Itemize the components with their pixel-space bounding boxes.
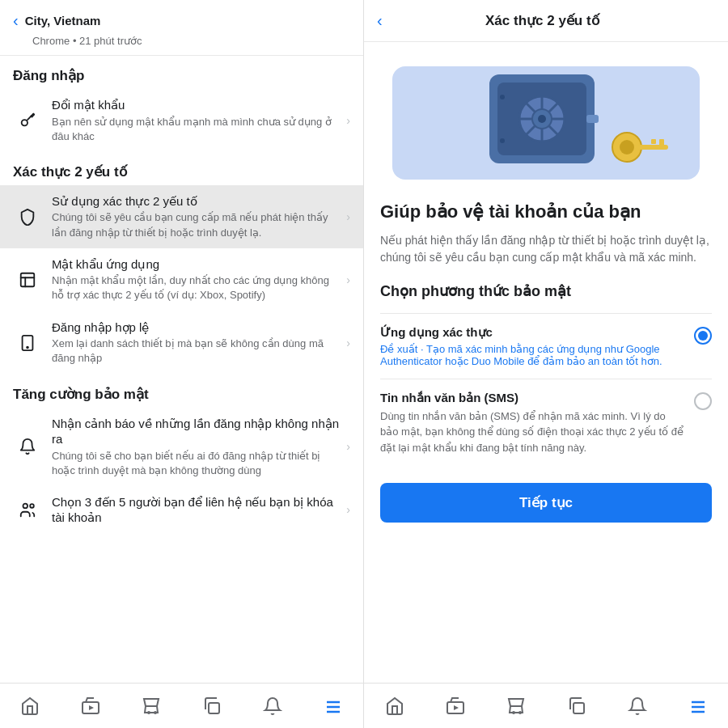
svg-point-4 xyxy=(23,504,28,509)
continue-button[interactable]: Tiếp tục xyxy=(380,483,712,523)
right-nav-copy-icon[interactable] xyxy=(565,694,589,718)
svg-rect-36 xyxy=(574,703,584,713)
nav-menu-icon[interactable] xyxy=(321,694,345,718)
svg-marker-33 xyxy=(454,705,459,710)
left-content: Đăng nhập Đổi mật khẩu Bạn nên sử dụng m… xyxy=(0,56,363,683)
change-password-text: Đổi mật khẩu Bạn nên sử dụng mật khẩu mạ… xyxy=(52,97,340,144)
people-icon xyxy=(13,495,42,524)
right-content: Giúp bảo vệ tài khoản của bạn Nếu phát h… xyxy=(364,42,728,683)
svg-rect-24 xyxy=(586,115,599,123)
right-back-button[interactable]: ‹ xyxy=(377,11,383,30)
bell-icon xyxy=(13,432,42,461)
svg-point-5 xyxy=(30,505,34,509)
nav-bell-icon[interactable] xyxy=(260,694,285,718)
main-heading: Giúp bảo vệ tài khoản của bạn xyxy=(380,201,712,224)
svg-rect-28 xyxy=(659,139,664,146)
svg-point-26 xyxy=(620,140,634,154)
location-text: City, Vietnam xyxy=(25,14,101,28)
shield-icon xyxy=(13,202,42,231)
right-nav-bar xyxy=(364,683,728,728)
nav-play-icon[interactable] xyxy=(78,694,103,718)
right-panel: ‹ Xác thực 2 yếu tố xyxy=(364,0,728,728)
section-login-title: Đăng nhập xyxy=(0,56,363,89)
left-header: ‹ City, Vietnam Chrome • 21 phút trước xyxy=(0,0,363,56)
menu-item-login-alert[interactable]: Nhận cảnh báo về những lần đăng nhập khô… xyxy=(0,408,363,486)
radio-sms[interactable] xyxy=(694,392,712,410)
nav-store-icon[interactable] xyxy=(139,694,163,718)
right-nav-home-icon[interactable] xyxy=(383,694,407,718)
method-item-auth-app[interactable]: Ứng dụng xác thực Đề xuất · Tạo mã xác m… xyxy=(380,313,712,379)
method-item-sms[interactable]: Tin nhắn văn bản (SMS) Dùng tin nhắn văn… xyxy=(380,379,712,468)
svg-point-0 xyxy=(22,120,28,125)
chevron-icon: › xyxy=(346,210,350,223)
right-nav-play-icon[interactable] xyxy=(443,694,468,718)
two-factor-text: Sử dụng xác thực 2 yếu tố Chúng tôi sẽ y… xyxy=(52,193,340,240)
svg-point-3 xyxy=(27,346,28,348)
right-nav-menu-icon[interactable] xyxy=(686,694,710,718)
right-nav-store-icon[interactable] xyxy=(504,694,528,718)
nav-home-icon[interactable] xyxy=(18,694,42,718)
right-header: ‹ Xác thực 2 yếu tố xyxy=(364,0,728,42)
radio-auth-app[interactable] xyxy=(694,327,712,345)
left-nav-bar xyxy=(0,683,363,728)
auth-app-text: Ứng dụng xác thực Đề xuất · Tạo mã xác m… xyxy=(380,325,684,367)
menu-item-two-factor[interactable]: Sử dụng xác thực 2 yếu tố Chúng tôi sẽ y… xyxy=(0,185,363,248)
tablet-icon xyxy=(13,328,42,358)
chevron-icon: › xyxy=(346,336,350,349)
menu-item-app-password[interactable]: Mật khẩu ứng dụng Nhận mật khẩu một lần,… xyxy=(0,248,363,311)
section-security-title: Tăng cường bảo mật xyxy=(0,375,363,408)
chevron-icon: › xyxy=(346,440,350,453)
sms-text: Tin nhắn văn bản (SMS) Dùng tin nhắn văn… xyxy=(380,391,684,456)
chevron-icon: › xyxy=(346,503,350,516)
hero-illustration xyxy=(380,58,712,188)
svg-marker-7 xyxy=(89,705,94,710)
svg-rect-1 xyxy=(21,273,35,286)
svg-point-31 xyxy=(500,138,505,143)
section-2fa-title: Xác thực 2 yếu tố xyxy=(0,152,363,185)
login-alert-text: Nhận cảnh báo về những lần đăng nhập khô… xyxy=(52,416,340,478)
method-heading: Chọn phương thức bảo mật xyxy=(380,282,712,300)
svg-point-30 xyxy=(500,95,505,99)
svg-point-23 xyxy=(538,115,546,123)
svg-rect-29 xyxy=(651,139,656,144)
right-nav-bell-icon[interactable] xyxy=(625,694,650,718)
source-time: Chrome • 21 phút trước xyxy=(32,35,350,47)
chevron-icon: › xyxy=(346,273,350,286)
app-password-text: Mật khẩu ứng dụng Nhận mật khẩu một lần,… xyxy=(52,256,340,303)
valid-login-text: Đăng nhập hợp lệ Xem lại danh sách thiết… xyxy=(52,320,340,366)
left-panel: ‹ City, Vietnam Chrome • 21 phút trước Đ… xyxy=(0,0,364,728)
menu-item-trusted-contacts[interactable]: Chọn 3 đến 5 người bạn để liên hệ nếu bạ… xyxy=(0,486,363,534)
key-icon xyxy=(13,106,42,135)
right-title: Xác thực 2 yếu tố xyxy=(392,12,692,29)
menu-item-valid-login[interactable]: Đăng nhập hợp lệ Xem lại danh sách thiết… xyxy=(0,311,363,375)
main-desc: Nếu phát hiện thấy lần đăng nhập từ thiế… xyxy=(380,232,712,266)
chevron-icon: › xyxy=(346,114,350,127)
svg-rect-10 xyxy=(209,703,219,713)
trusted-contacts-text: Chọn 3 đến 5 người bạn để liên hệ nếu bạ… xyxy=(52,494,340,526)
box-icon xyxy=(13,265,42,294)
menu-item-change-password[interactable]: Đổi mật khẩu Bạn nên sử dụng mật khẩu mạ… xyxy=(0,89,363,152)
back-button[interactable]: ‹ xyxy=(13,11,19,30)
nav-copy-icon[interactable] xyxy=(200,694,224,718)
